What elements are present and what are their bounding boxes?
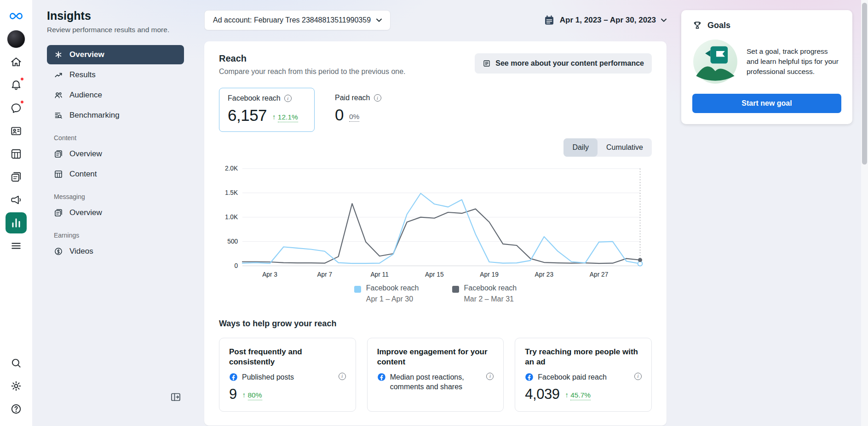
videos-dollar-icon <box>54 247 63 256</box>
delta-value: 80% <box>248 391 262 400</box>
chart-granularity-toggle: Daily Cumulative <box>563 138 652 157</box>
messages-chat-icon[interactable] <box>6 97 27 119</box>
facebook-reach-metric[interactable]: Facebook reach 6,157 12.1% <box>219 88 315 132</box>
sidebar-item-label: Overview <box>69 50 104 59</box>
page-subtitle: Review performance results and more. <box>47 26 184 34</box>
svg-text:Apr 23: Apr 23 <box>535 271 554 278</box>
legend-series-name: Facebook reach <box>464 284 517 292</box>
sidebar-item-label: Videos <box>69 247 93 256</box>
svg-text:1.0K: 1.0K <box>225 214 238 221</box>
topbar: Ad account: February Tres 23848813511990… <box>204 10 667 30</box>
grow-metric-label: Published posts <box>242 373 294 382</box>
sidebar-item-audience[interactable]: Audience <box>47 85 184 105</box>
page-title: Insights <box>47 9 184 23</box>
goals-illustration <box>692 39 738 85</box>
paid-reach-metric[interactable]: Paid reach 0 0% <box>335 88 381 131</box>
grow-card-reach-with-ad[interactable]: Try reaching more people with an ad Face… <box>515 338 652 412</box>
reach-line-chart: 05001.0K1.5K2.0KApr 3Apr 7Apr 11Apr 15Ap… <box>219 163 652 281</box>
insights-chart-icon[interactable] <box>6 212 27 233</box>
sidebar-item-label: Audience <box>69 91 102 100</box>
grow-card-title: Post frequently and consistently <box>229 347 346 367</box>
sidebar-item-content-overview[interactable]: Overview <box>47 144 184 164</box>
start-new-goal-button[interactable]: Start new goal <box>692 94 841 113</box>
grow-metric-value: 4,039 <box>525 386 559 403</box>
info-icon[interactable] <box>486 373 494 380</box>
all-tools-menu-icon[interactable] <box>6 235 27 256</box>
legend-series-name: Facebook reach <box>366 284 419 292</box>
grow-section-title: Ways to help grow your reach <box>219 319 652 329</box>
facebook-icon <box>525 373 534 381</box>
ads-megaphone-icon[interactable] <box>6 189 27 210</box>
sidebar-item-label: Overview <box>69 149 102 159</box>
reach-subtitle: Compare your reach from this period to t… <box>219 68 406 76</box>
scrollbar-thumb[interactable] <box>862 3 867 165</box>
sidebar-item-overview[interactable]: Overview <box>47 45 184 64</box>
search-icon[interactable] <box>6 352 27 374</box>
delta-value: 0% <box>349 113 359 122</box>
delta-value: 12.1% <box>278 113 298 122</box>
svg-text:Apr 7: Apr 7 <box>317 271 332 278</box>
grow-metric-label: Median post reactions, comments and shar… <box>390 373 483 392</box>
sidebar-item-results[interactable]: Results <box>47 65 184 85</box>
info-icon[interactable] <box>374 94 381 102</box>
metric-delta[interactable]: 0% <box>349 113 359 124</box>
info-icon[interactable] <box>634 373 642 380</box>
sidebar-item-content[interactable]: Content <box>47 165 184 184</box>
posts-content-icon[interactable] <box>6 166 27 187</box>
goals-card: Goals Set a goal, track progress and lea… <box>681 10 852 124</box>
sidebar-item-videos[interactable]: Videos <box>47 242 184 261</box>
report-icon <box>483 59 491 68</box>
notifications-bell-icon[interactable] <box>6 74 27 96</box>
reach-card: Reach Compare your reach from this perio… <box>204 41 667 426</box>
content-grid-icon <box>54 170 63 179</box>
help-icon[interactable] <box>6 398 27 420</box>
sidebar-item-messaging-overview[interactable]: Overview <box>47 203 184 222</box>
trophy-icon <box>692 20 702 30</box>
message-badge <box>20 100 24 104</box>
profile-avatar[interactable] <box>6 28 27 50</box>
reach-header-text: Reach Compare your reach from this perio… <box>219 53 406 76</box>
nav-section-content: Content <box>54 134 184 142</box>
overview-asterisk-icon <box>54 50 63 59</box>
grow-card-improve-engagement[interactable]: Improve engagement for your content Medi… <box>367 338 504 412</box>
facebook-icon <box>229 373 238 381</box>
sidebar-item-benchmarking[interactable]: Benchmarking <box>47 106 184 125</box>
svg-text:Apr 27: Apr 27 <box>590 271 608 278</box>
metric-delta[interactable]: 12.1% <box>272 113 298 125</box>
scrollbar[interactable] <box>861 0 868 426</box>
up-arrow-icon <box>272 113 276 121</box>
contacts-icon[interactable] <box>6 120 27 142</box>
collapse-panel-icon[interactable] <box>170 392 181 403</box>
info-icon[interactable] <box>284 95 292 102</box>
legend-item-previous: Facebook reach Mar 2 – Mar 31 <box>452 284 517 303</box>
app-rail <box>0 0 32 426</box>
sidebar-item-label: Content <box>69 170 97 179</box>
grow-card-post-frequently[interactable]: Post frequently and consistently Publish… <box>219 338 356 412</box>
legend-swatch-current <box>354 286 361 293</box>
svg-text:2.0K: 2.0K <box>225 165 238 172</box>
toggle-daily[interactable]: Daily <box>563 138 598 157</box>
chevron-down-icon <box>661 18 667 22</box>
date-range-picker[interactable]: Apr 1, 2023 – Apr 30, 2023 <box>544 15 667 26</box>
sidebar-item-label: Results <box>69 70 96 80</box>
ad-account-selector[interactable]: Ad account: February Tres 23848813511990… <box>204 10 391 30</box>
calendar-icon <box>544 15 555 26</box>
grow-metric-delta[interactable]: 80% <box>242 391 262 403</box>
see-more-label: See more about your content performance <box>495 59 644 68</box>
settings-gear-icon[interactable] <box>6 375 27 397</box>
chevron-down-icon <box>376 18 382 22</box>
toggle-cumulative[interactable]: Cumulative <box>598 138 652 157</box>
home-icon[interactable] <box>6 51 27 73</box>
see-more-button[interactable]: See more about your content performance <box>475 53 652 74</box>
insights-nav-panel: Insights Review performance results and … <box>32 0 197 426</box>
grow-metric-delta[interactable]: 45.7% <box>565 391 591 403</box>
legend-item-current: Facebook reach Apr 1 – Apr 30 <box>354 284 419 303</box>
grow-card-title: Try reaching more people with an ad <box>525 347 642 367</box>
delta-value: 45.7% <box>570 391 591 400</box>
reach-title: Reach <box>219 53 406 64</box>
metric-label: Paid reach <box>335 94 370 102</box>
chart-legend: Facebook reach Apr 1 – Apr 30 Facebook r… <box>219 284 652 303</box>
planner-grid-icon[interactable] <box>6 143 27 165</box>
meta-logo[interactable] <box>6 6 27 27</box>
info-icon[interactable] <box>339 373 346 380</box>
